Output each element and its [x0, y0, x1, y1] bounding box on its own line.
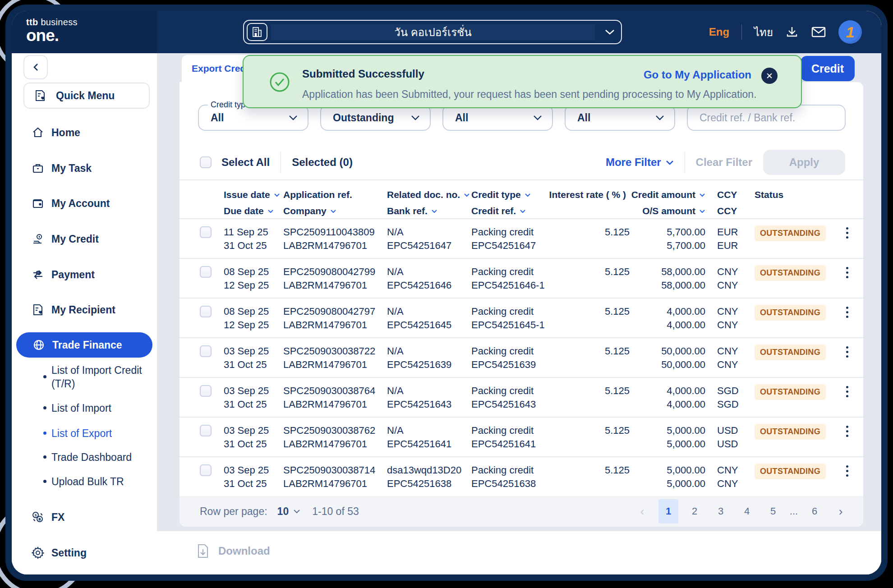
sidebar-item-payment[interactable]: ฿ Payment	[12, 266, 157, 284]
sort-icon[interactable]	[464, 193, 470, 197]
row-checkbox[interactable]	[200, 464, 212, 476]
table-row[interactable]: 08 Sep 2512 Sep 25 EPC2509080042797LAB2R…	[180, 298, 863, 337]
row-menu-kebab-icon[interactable]	[842, 225, 852, 258]
col-credittype-creditref: Credit type Credit ref.	[471, 187, 562, 219]
sidebar-item-trade-finance[interactable]: Trade Finance	[16, 332, 152, 358]
table-row[interactable]: 03 Sep 2531 Oct 25 SPC2509030038764LAB2R…	[180, 377, 863, 417]
sort-icon[interactable]	[267, 209, 274, 213]
apply-button[interactable]: Apply	[763, 150, 845, 175]
row-checkbox[interactable]	[200, 425, 212, 436]
main-content: Export Credit Credit Credit type All Out…	[157, 53, 881, 574]
download-button[interactable]: Download	[197, 544, 270, 558]
bullet-icon	[43, 455, 46, 459]
divider	[741, 24, 742, 40]
row-checkbox[interactable]	[200, 226, 212, 238]
sort-icon[interactable]	[274, 193, 280, 197]
row-checkbox[interactable]	[200, 306, 212, 317]
page-button-6[interactable]: 6	[805, 499, 824, 524]
sidebar-subitem-list-of-import[interactable]: List of Import	[51, 401, 152, 415]
rows-per-page-label: Row per page:	[200, 505, 267, 518]
sidebar-item-my-recipient[interactable]: My Recipient	[12, 301, 157, 319]
row-menu-kebab-icon[interactable]	[842, 265, 852, 298]
next-page-button[interactable]: ›	[831, 499, 851, 524]
mail-icon[interactable]	[811, 26, 826, 38]
sidebar-item-home[interactable]: Home	[12, 124, 157, 142]
row-menu-kebab-icon[interactable]	[842, 345, 852, 377]
filter-dropdown-4[interactable]: All	[565, 105, 675, 131]
sidebar-subitem-list-of-export[interactable]: List of Export	[51, 427, 152, 440]
filter-status-dropdown[interactable]: Outstanding	[320, 105, 431, 131]
row-checkbox[interactable]	[200, 266, 212, 278]
table-row[interactable]: 03 Sep 2531 Oct 25 SPC2509030038762LAB2R…	[180, 417, 863, 456]
table-row[interactable]: 11 Sep 2531 Oct 25 SPC2509110043809LAB2R…	[180, 218, 863, 258]
row-menu-kebab-icon[interactable]	[842, 305, 852, 337]
filter-dropdown-3[interactable]: All	[442, 105, 553, 131]
sidebar-collapse-button[interactable]	[23, 55, 48, 79]
sort-icon[interactable]	[699, 209, 705, 213]
chevron-down-icon[interactable]	[293, 509, 300, 514]
select-all-checkbox[interactable]	[200, 156, 212, 168]
sidebar-quick-menu[interactable]: Quick Menu	[23, 83, 150, 109]
bullet-icon	[43, 406, 46, 409]
sidebar-subitem-upload-bulk-tr[interactable]: Upload Bulk TR	[51, 475, 152, 488]
row-menu-kebab-icon[interactable]	[842, 464, 852, 496]
page-button-2[interactable]: 2	[685, 499, 704, 524]
filter-credit-type-dropdown[interactable]: Credit type All	[198, 105, 308, 131]
credit-button[interactable]: Credit	[801, 56, 855, 81]
row-checkbox[interactable]	[200, 385, 212, 397]
download-icon[interactable]	[785, 25, 799, 39]
svg-text:$: $	[35, 513, 37, 517]
sidebar-item-fx[interactable]: $฿ FX	[12, 508, 157, 526]
table-row[interactable]: 08 Sep 2512 Sep 25 EPC2509080042799LAB2R…	[180, 258, 863, 298]
page-button-5[interactable]: 5	[763, 499, 783, 524]
credit-ref-search-input[interactable]	[687, 105, 846, 131]
language-toggle-eng[interactable]: Eng	[709, 26, 729, 38]
prev-page-button[interactable]: ‹	[632, 499, 652, 524]
sidebar-item-my-account[interactable]: My Account	[12, 194, 157, 212]
toast-close-icon[interactable]: ✕	[761, 68, 778, 84]
transfer-arrows-icon: ฿	[32, 269, 44, 280]
page-button-4[interactable]: 4	[737, 499, 757, 524]
doc-heart-icon	[32, 303, 44, 316]
rows-per-page-value[interactable]: 10	[277, 505, 289, 518]
sidebar-item-my-credit[interactable]: My Credit	[12, 230, 157, 248]
row-menu-kebab-icon[interactable]	[842, 384, 852, 417]
sort-icon[interactable]	[431, 209, 437, 213]
sort-icon[interactable]	[330, 209, 336, 213]
list-card: Credit type All Outstanding All All	[180, 82, 863, 527]
sort-icon[interactable]	[520, 209, 526, 213]
sidebar-subitem-list-of-import-credit[interactable]: List of Import Credit (T/R)	[51, 363, 152, 390]
quick-menu-label: Quick Menu	[56, 90, 115, 102]
language-toggle-thai[interactable]: ไทย	[754, 23, 773, 41]
sidebar-item-my-task[interactable]: My Task	[12, 159, 157, 177]
home-icon	[32, 127, 44, 138]
status-badge: OUTSTANDING	[755, 225, 826, 241]
row-checkbox[interactable]	[200, 345, 212, 357]
page-ellipsis: ...	[789, 499, 798, 524]
sidebar-item-setting[interactable]: Setting	[12, 544, 157, 562]
clear-filter-button[interactable]: Clear Filter	[696, 156, 752, 169]
sort-icon[interactable]	[525, 193, 531, 197]
page-button-3[interactable]: 3	[711, 499, 731, 524]
bottom-bar: Download	[157, 531, 881, 574]
sort-icon[interactable]	[699, 193, 705, 197]
briefcase-icon	[32, 163, 44, 174]
filter-row: Credit type All Outstanding All All	[198, 105, 846, 131]
table-row[interactable]: 03 Sep 2531 Oct 25 SPC2509030038714LAB2R…	[180, 456, 863, 496]
wallet-icon	[32, 198, 44, 209]
avatar[interactable]: 1	[838, 20, 862, 44]
more-filter-button[interactable]: More Filter	[606, 156, 674, 169]
bullet-icon	[43, 432, 46, 435]
col-issue-due-date: Issue date Due date	[224, 187, 283, 219]
building-icon	[247, 23, 267, 41]
company-selector-dropdown[interactable]: วัน คอเปอร์เรชั่น	[243, 20, 622, 44]
page-button-1[interactable]: 1	[658, 499, 678, 524]
sidebar-subitem-trade-dashboard[interactable]: Trade Dashboard	[51, 450, 152, 464]
fx-exchange-icon: $฿	[32, 511, 44, 524]
chevron-down-icon	[655, 115, 664, 120]
success-toast: Submitted Successfully Application has b…	[243, 55, 802, 108]
toast-action-link[interactable]: Go to My Application	[644, 69, 751, 81]
row-menu-kebab-icon[interactable]	[842, 424, 852, 456]
table-header: Issue date Due date Application ref. Com…	[180, 179, 863, 219]
table-row[interactable]: 03 Sep 2531 Oct 25 SPC2509030038722LAB2R…	[180, 337, 863, 377]
